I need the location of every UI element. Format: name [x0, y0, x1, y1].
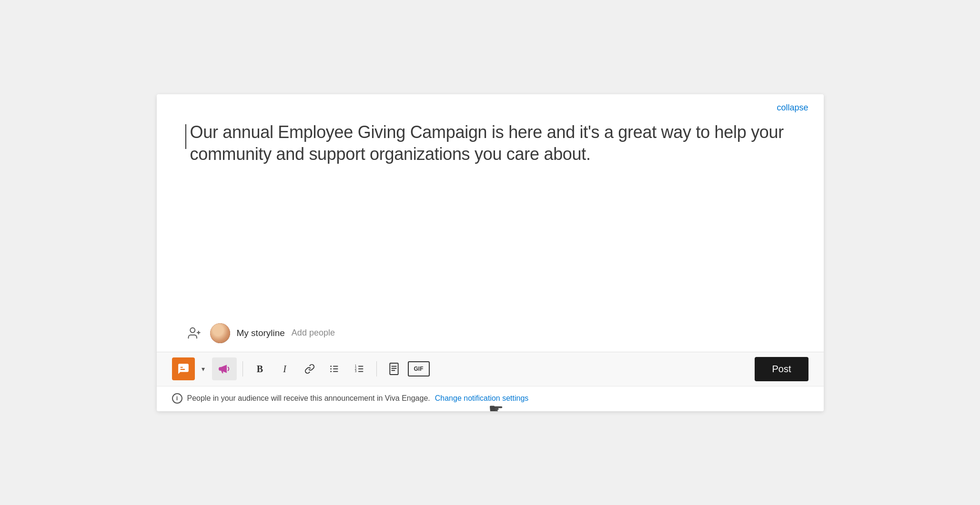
avatar	[210, 323, 230, 343]
numbered-list-button[interactable]: 1 2 3	[348, 357, 371, 380]
editor-text-content: Our annual Employee Giving Campaign is h…	[190, 121, 795, 166]
storyline-label: My storyline	[237, 328, 285, 338]
collapse-row: collapse	[157, 94, 824, 117]
toolbar-divider-2	[376, 361, 377, 376]
gif-label: GIF	[408, 361, 430, 376]
chat-dropdown-button[interactable]: ▾	[197, 357, 210, 380]
megaphone-button[interactable]	[212, 357, 237, 380]
add-people-text[interactable]: Add people	[292, 328, 335, 338]
svg-text:3: 3	[354, 369, 356, 373]
svg-rect-3	[180, 367, 182, 368]
toolbar-divider-1	[242, 361, 243, 376]
layout-button[interactable]	[383, 357, 405, 380]
add-people-icon[interactable]	[185, 324, 203, 342]
post-button[interactable]: Post	[755, 357, 808, 381]
editor-body[interactable]: Our annual Employee Giving Campaign is h…	[157, 117, 824, 317]
svg-point-9	[330, 368, 332, 370]
chat-button[interactable]	[172, 357, 195, 380]
svg-point-10	[330, 371, 332, 372]
notification-bar: i People in your audience will receive t…	[157, 386, 824, 411]
notification-settings-link[interactable]: Change notification settings	[435, 394, 529, 403]
bold-button[interactable]: B	[249, 357, 272, 380]
svg-rect-4	[180, 369, 185, 370]
editor-container: collapse Our annual Employee Giving Camp…	[157, 94, 824, 411]
collapse-link[interactable]: collapse	[777, 103, 808, 113]
toolbar: ▾ B I	[157, 352, 824, 386]
gif-button[interactable]: GIF	[407, 357, 430, 380]
svg-point-8	[330, 366, 332, 367]
toolbar-left: ▾ B I	[172, 357, 752, 380]
svg-rect-17	[390, 363, 398, 375]
toolbar-format-group: ▾	[172, 357, 210, 380]
audience-row: My storyline Add people	[157, 317, 824, 352]
svg-point-0	[190, 327, 195, 332]
info-icon: i	[172, 393, 182, 404]
editor-text-area: Our annual Employee Giving Campaign is h…	[185, 121, 795, 274]
link-button[interactable]	[298, 357, 321, 380]
notification-text: People in your audience will receive thi…	[187, 394, 430, 403]
text-cursor	[185, 124, 186, 149]
italic-button[interactable]: I	[273, 357, 296, 380]
bullet-list-button[interactable]	[323, 357, 346, 380]
